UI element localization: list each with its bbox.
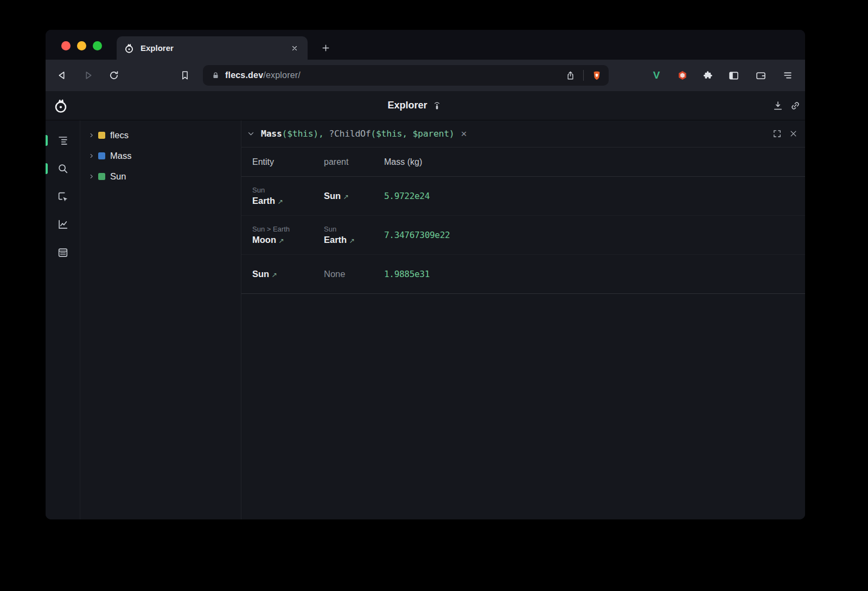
window-controls bbox=[61, 41, 102, 50]
divider bbox=[583, 70, 584, 81]
entity-name: Moon bbox=[252, 235, 276, 245]
download-icon[interactable] bbox=[771, 99, 785, 113]
chevron-down-icon[interactable] bbox=[246, 130, 255, 138]
tree-item-sun[interactable]: Sun bbox=[80, 166, 241, 187]
column-mass: Mass (kg) bbox=[384, 157, 805, 167]
url-path: /explorer/ bbox=[263, 70, 301, 80]
menu-icon[interactable] bbox=[781, 69, 794, 82]
goto-icon: ↗ bbox=[349, 237, 354, 245]
reload-icon[interactable] bbox=[107, 69, 120, 82]
wallet-icon[interactable] bbox=[754, 69, 767, 82]
back-icon[interactable] bbox=[56, 69, 69, 82]
table-row[interactable]: Sun > Earth Moon↗ Sun Earth↗ 7.34767309e… bbox=[241, 216, 805, 255]
mass-value: 5.9722e24 bbox=[384, 191, 805, 201]
tree-view-icon[interactable] bbox=[56, 134, 69, 147]
entity-color-swatch bbox=[98, 152, 105, 159]
entity-link[interactable]: Moon↗ bbox=[252, 235, 324, 245]
goto-icon: ↗ bbox=[278, 237, 284, 245]
parent-path: Sun bbox=[324, 225, 384, 233]
parent-link[interactable]: Sun↗ bbox=[324, 191, 384, 201]
entity-path: Sun > Earth bbox=[252, 225, 324, 233]
forward-icon[interactable] bbox=[81, 69, 94, 82]
active-indicator bbox=[46, 135, 48, 146]
entity-link[interactable]: Earth↗ bbox=[252, 196, 324, 206]
table-row[interactable]: Sun Earth↗ Sun↗ 5.9722e24 bbox=[241, 177, 805, 216]
goto-icon: ↗ bbox=[343, 193, 348, 201]
parent-name: Sun bbox=[324, 191, 341, 201]
flecs-logo-icon[interactable] bbox=[53, 98, 69, 114]
icon-rail bbox=[46, 120, 80, 519]
entity-name: Sun bbox=[252, 269, 269, 279]
query-bar: Mass($this), ?ChildOf($this, $parent) × bbox=[241, 120, 805, 147]
tab-explorer[interactable]: Explorer bbox=[117, 36, 308, 60]
tree-item-label: Mass bbox=[110, 151, 131, 161]
query-panel: Mass($this), ?ChildOf($this, $parent) × … bbox=[241, 120, 805, 519]
column-entity: Entity bbox=[252, 157, 324, 167]
app-header: Explorer bbox=[46, 91, 805, 120]
minimize-window-button[interactable] bbox=[77, 41, 86, 50]
tree-item-label: flecs bbox=[110, 130, 129, 140]
table-header: Entity parent Mass (kg) bbox=[241, 147, 805, 177]
goto-icon: ↗ bbox=[277, 198, 283, 205]
goto-icon: ↗ bbox=[271, 271, 277, 279]
url-text: flecs.dev/explorer/ bbox=[225, 70, 301, 80]
close-panel-icon[interactable] bbox=[787, 128, 799, 140]
inspect-icon[interactable] bbox=[56, 190, 69, 203]
mass-value: 1.9885e31 bbox=[384, 269, 805, 279]
entity-color-swatch bbox=[98, 173, 105, 180]
bookmark-icon[interactable] bbox=[178, 69, 192, 82]
column-parent: parent bbox=[324, 157, 384, 167]
parent-name: Earth bbox=[324, 235, 347, 245]
flecs-favicon-icon bbox=[124, 43, 135, 54]
content-area: flecs Mass Sun bbox=[46, 120, 805, 519]
nav-bar: flecs.dev/explorer/ V bbox=[46, 60, 805, 91]
parent-link[interactable]: Earth↗ bbox=[324, 235, 384, 245]
tree-item-flecs[interactable]: flecs bbox=[80, 125, 241, 145]
fullscreen-icon[interactable] bbox=[771, 128, 783, 140]
mass-value: 7.34767309e22 bbox=[384, 230, 805, 240]
new-tab-button[interactable] bbox=[318, 41, 333, 55]
chart-icon[interactable] bbox=[56, 218, 69, 231]
entity-color-swatch bbox=[98, 132, 105, 139]
tree-item-mass[interactable]: Mass bbox=[80, 145, 241, 166]
entity-tree-panel: flecs Mass Sun bbox=[80, 120, 241, 519]
link-icon[interactable] bbox=[788, 99, 802, 113]
active-indicator bbox=[46, 163, 48, 174]
page-title: Explorer bbox=[387, 100, 427, 111]
maximize-window-button[interactable] bbox=[93, 41, 102, 50]
tab-strip: Explorer bbox=[46, 30, 805, 60]
url-host: flecs.dev bbox=[225, 70, 263, 80]
vue-devtools-extension-icon[interactable]: V bbox=[650, 69, 663, 82]
table-row[interactable]: Sun↗ None 1.9885e31 bbox=[241, 255, 805, 294]
entity-path: Sun bbox=[252, 186, 324, 194]
tab-close-icon[interactable] bbox=[289, 42, 301, 54]
entity-name: Earth bbox=[252, 196, 275, 205]
hexagon-extension-icon[interactable] bbox=[676, 69, 689, 82]
connection-icon[interactable] bbox=[433, 100, 442, 111]
chevron-right-icon[interactable] bbox=[87, 132, 95, 138]
close-window-button[interactable] bbox=[61, 41, 71, 50]
query-expression[interactable]: Mass($this), ?ChildOf($this, $parent) bbox=[261, 129, 455, 139]
chevron-right-icon[interactable] bbox=[87, 153, 95, 159]
brave-shield-icon[interactable] bbox=[591, 70, 602, 81]
browser-window: Explorer bbox=[46, 30, 805, 519]
entity-link[interactable]: Sun↗ bbox=[252, 269, 324, 279]
tab-title: Explorer bbox=[141, 43, 283, 53]
sidebar-toggle-icon[interactable] bbox=[727, 69, 740, 82]
search-icon[interactable] bbox=[56, 162, 69, 175]
tree-item-label: Sun bbox=[110, 171, 126, 182]
chevron-right-icon[interactable] bbox=[87, 174, 95, 179]
share-icon[interactable] bbox=[565, 70, 576, 81]
data-table-icon[interactable] bbox=[56, 246, 69, 259]
lock-icon bbox=[212, 71, 220, 80]
address-bar[interactable]: flecs.dev/explorer/ bbox=[203, 65, 609, 86]
clear-query-icon[interactable]: × bbox=[461, 129, 467, 139]
parent-value: None bbox=[324, 269, 384, 279]
extensions-puzzle-icon[interactable] bbox=[701, 69, 714, 82]
